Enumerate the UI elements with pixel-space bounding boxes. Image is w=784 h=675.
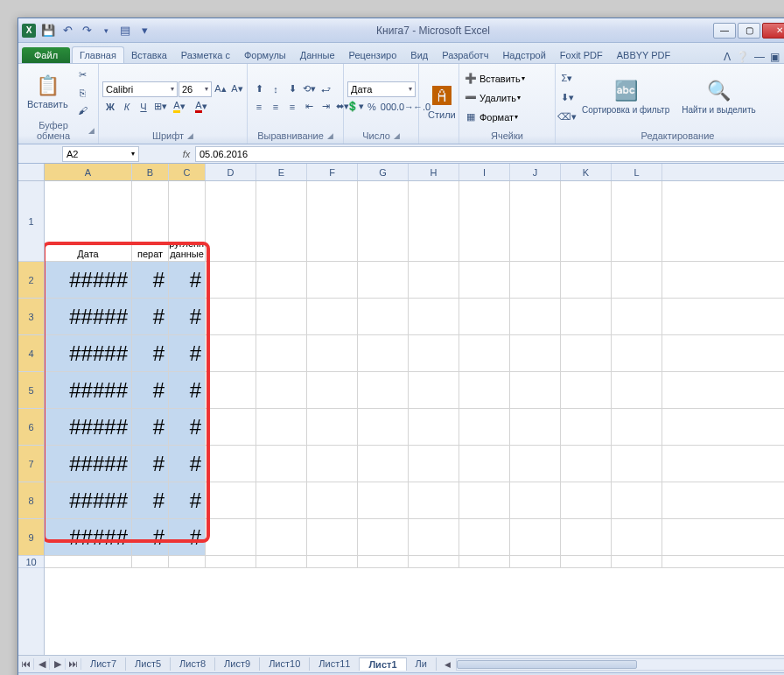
cell-I8[interactable] [459,482,510,518]
row-header-8[interactable]: 8 [18,482,44,519]
align-middle-button[interactable]: ↕ [268,81,284,97]
cell-K1[interactable] [561,181,612,261]
cell-F7[interactable] [307,446,358,482]
cell-H6[interactable] [409,409,459,445]
cell-C9[interactable]: # [169,519,206,555]
wrap-text-button[interactable]: ⮐ [318,81,333,97]
cells[interactable]: ДатаператОкругленные данные#############… [45,181,784,568]
align-left-button[interactable]: ≡ [251,99,267,115]
tab-view[interactable]: Вид [403,47,435,63]
cell-A8[interactable]: ##### [45,482,132,518]
cell-F1[interactable] [307,181,358,261]
cell-B3[interactable]: # [132,299,169,334]
fx-icon[interactable]: fx [178,149,195,159]
col-header-L[interactable]: L [612,164,662,180]
find-select-button[interactable]: 🔍 Найти и выделить [676,78,760,116]
cell-H9[interactable] [409,519,459,555]
cell-J8[interactable] [510,482,561,518]
fill-color-button[interactable]: А▾ [169,99,190,115]
cell-A3[interactable]: ##### [45,299,132,334]
cell-A2[interactable]: ##### [45,262,132,298]
align-top-button[interactable]: ⬆ [251,81,267,97]
delete-cells-button[interactable]: ➖ [463,90,479,106]
cell-C2[interactable]: # [169,262,206,298]
tab-addins[interactable]: Надстрой [495,47,552,63]
cell-D8[interactable] [206,482,256,518]
format-painter-button[interactable]: 🖌 [75,102,91,118]
sheet-tab-Ли[interactable]: Ли [407,657,437,671]
sheet-tab-Лист7[interactable]: Лист7 [81,657,126,671]
number-dialog-icon[interactable]: ◢ [394,131,400,140]
row-header-4[interactable]: 4 [18,335,44,372]
cell-B7[interactable]: # [132,446,169,482]
tab-developer[interactable]: Разработч [435,47,495,63]
cell-A1[interactable]: Дата [45,181,132,261]
cell-G10[interactable] [358,556,409,567]
col-header-C[interactable]: C [169,164,206,180]
save-icon[interactable]: 💾 [39,22,57,39]
cell-L4[interactable] [612,335,662,371]
cut-button[interactable]: ✂ [75,67,91,83]
cell-E7[interactable] [256,446,307,482]
cell-I5[interactable] [459,372,510,408]
cell-K9[interactable] [561,519,612,555]
cell-D1[interactable] [206,181,256,261]
cell-L8[interactable] [612,482,662,518]
font-size-combo[interactable]: 26▾ [178,81,212,97]
cell-D6[interactable] [206,409,256,445]
cell-C7[interactable]: # [169,446,206,482]
cell-H8[interactable] [409,482,459,518]
cell-F4[interactable] [307,335,358,371]
row-header-9[interactable]: 9 [18,519,44,556]
maximize-button[interactable]: ▢ [738,23,760,39]
cell-I3[interactable] [459,299,510,334]
col-header-G[interactable]: G [358,164,409,180]
underline-button[interactable]: Ч [136,99,151,115]
cell-G7[interactable] [358,446,409,482]
col-header-A[interactable]: A [45,164,132,180]
cell-K5[interactable] [561,372,612,408]
cell-L1[interactable] [612,181,662,261]
shrink-font-button[interactable]: A▾ [229,81,245,97]
cell-E8[interactable] [256,482,307,518]
align-bottom-button[interactable]: ⬇ [284,81,300,97]
tab-review[interactable]: Рецензиро [342,47,404,63]
cell-G6[interactable] [358,409,409,445]
font-name-combo[interactable]: Calibri▾ [102,81,178,97]
copy-button[interactable]: ⎘ [75,85,91,101]
minimize-ribbon-icon[interactable]: ᐱ [724,51,731,63]
cell-H7[interactable] [409,446,459,482]
cell-L7[interactable] [612,446,662,482]
clipboard-dialog-icon[interactable]: ◢ [88,126,94,135]
sheet-tab-Лист8[interactable]: Лист8 [171,657,215,671]
cell-E10[interactable] [256,556,307,567]
tab-layout[interactable]: Разметка с [174,47,237,63]
cell-J4[interactable] [510,335,561,371]
cell-H10[interactable] [409,556,459,567]
cell-F5[interactable] [307,372,358,408]
col-header-B[interactable]: B [132,164,169,180]
cell-F9[interactable] [307,519,358,555]
cell-A9[interactable]: ##### [45,519,132,555]
cell-J5[interactable] [510,372,561,408]
row-header-3[interactable]: 3 [18,299,44,335]
font-dialog-icon[interactable]: ◢ [187,131,193,140]
cell-H5[interactable] [409,372,459,408]
tab-insert[interactable]: Вставка [124,47,174,63]
align-dialog-icon[interactable]: ◢ [327,131,333,140]
minimize-button[interactable]: — [713,23,736,39]
cell-E3[interactable] [256,299,307,334]
cell-L10[interactable] [612,556,662,567]
sheet-tab-Лист5[interactable]: Лист5 [126,657,171,671]
sheet-nav-prev[interactable]: ◀ [34,658,50,670]
cell-D2[interactable] [206,262,256,298]
cell-J2[interactable] [510,262,561,298]
cell-E1[interactable] [256,181,307,261]
cell-K2[interactable] [561,262,612,298]
tab-home[interactable]: Главная [72,46,124,63]
cell-B10[interactable] [132,556,169,567]
styles-button[interactable]: 🅰 Стили [423,83,461,123]
row-header-7[interactable]: 7 [18,446,44,482]
sheet-nav-next[interactable]: ▶ [50,658,66,670]
cell-B1[interactable]: перат [132,181,169,261]
